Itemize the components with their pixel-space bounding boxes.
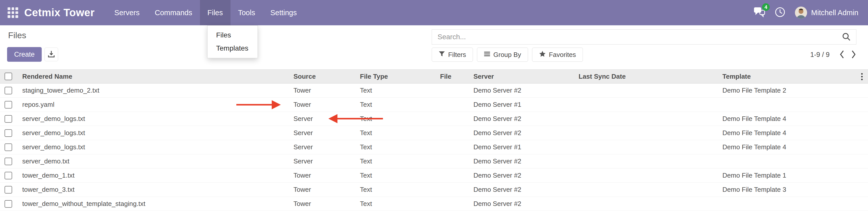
- cell-last-sync-date[interactable]: [573, 126, 717, 140]
- menu-tools[interactable]: Tools: [230, 0, 263, 25]
- column-header-template[interactable]: Template: [717, 69, 868, 83]
- cell-file[interactable]: [435, 197, 468, 211]
- cell-file-type[interactable]: Text: [354, 98, 435, 112]
- cell-last-sync-date[interactable]: [573, 98, 717, 112]
- cell-rendered-name[interactable]: server_demo_logs.txt: [17, 112, 288, 126]
- table-row[interactable]: repos.yaml Tower Text Demo Server #1: [0, 98, 868, 112]
- optional-columns-toggle-icon[interactable]: [856, 69, 868, 84]
- cell-template[interactable]: Demo File Template 4: [717, 112, 868, 126]
- cell-last-sync-date[interactable]: [573, 84, 717, 97]
- cell-file-type[interactable]: Text: [354, 84, 435, 97]
- pager-next-button[interactable]: [848, 48, 859, 62]
- cell-template[interactable]: Demo File Template 4: [717, 140, 868, 154]
- cell-last-sync-date[interactable]: [573, 154, 717, 168]
- create-button[interactable]: Create: [7, 47, 42, 62]
- cell-rendered-name[interactable]: tower_demo_3.txt: [17, 183, 288, 197]
- row-checkbox[interactable]: [5, 158, 12, 165]
- cell-server[interactable]: Demo Server #1: [468, 140, 573, 154]
- column-header-server[interactable]: Server: [468, 69, 573, 83]
- cell-file[interactable]: [435, 98, 468, 112]
- cell-rendered-name[interactable]: tower_demo_1.txt: [17, 169, 288, 182]
- select-all-checkbox[interactable]: [5, 72, 12, 80]
- cell-file-type[interactable]: Text: [354, 183, 435, 197]
- cell-server[interactable]: Demo Server #2: [468, 112, 573, 126]
- cell-file-type[interactable]: Text: [354, 112, 435, 126]
- cell-server[interactable]: Demo Server #2: [468, 126, 573, 140]
- menu-files[interactable]: Files: [200, 0, 230, 25]
- cell-template[interactable]: Demo File Template 2: [717, 84, 868, 97]
- cell-server[interactable]: Demo Server #2: [468, 154, 573, 168]
- apps-grid-icon[interactable]: [8, 7, 18, 18]
- cell-source[interactable]: Server: [288, 154, 354, 168]
- activities-button[interactable]: [775, 7, 785, 19]
- search-input[interactable]: [432, 30, 840, 44]
- dropdown-item-templates[interactable]: Templates: [208, 42, 257, 55]
- cell-server[interactable]: Demo Server #2: [468, 84, 573, 97]
- cell-file[interactable]: [435, 183, 468, 197]
- group-by-button[interactable]: Group By: [477, 48, 528, 62]
- menu-commands[interactable]: Commands: [147, 0, 200, 25]
- cell-file-type[interactable]: Text: [354, 169, 435, 182]
- table-row[interactable]: server_demo.txt Server Text Demo Server …: [0, 154, 868, 169]
- messages-button[interactable]: 4: [753, 7, 765, 19]
- cell-file-type[interactable]: Text: [354, 140, 435, 154]
- cell-server[interactable]: Demo Server #2: [468, 169, 573, 182]
- cell-last-sync-date[interactable]: [573, 197, 717, 211]
- cell-template[interactable]: Demo File Template 1: [717, 169, 868, 182]
- cell-source[interactable]: Server: [288, 126, 354, 140]
- row-checkbox[interactable]: [5, 115, 12, 123]
- table-row[interactable]: server_demo_logs.txt Server Text Demo Se…: [0, 140, 868, 154]
- cell-last-sync-date[interactable]: [573, 169, 717, 182]
- table-row[interactable]: server_demo_logs.txt Server Text Demo Se…: [0, 112, 868, 126]
- table-row[interactable]: tower_demo_3.txt Tower Text Demo Server …: [0, 183, 868, 197]
- cell-last-sync-date[interactable]: [573, 112, 717, 126]
- cell-source[interactable]: Tower: [288, 84, 354, 97]
- cell-file[interactable]: [435, 112, 468, 126]
- cell-rendered-name[interactable]: server_demo_logs.txt: [17, 126, 288, 140]
- cell-server[interactable]: Demo Server #2: [468, 197, 573, 211]
- cell-file[interactable]: [435, 126, 468, 140]
- dropdown-item-files[interactable]: Files: [208, 29, 257, 42]
- table-row[interactable]: tower_demo_1.txt Tower Text Demo Server …: [0, 169, 868, 183]
- cell-source[interactable]: Server: [288, 112, 354, 126]
- export-button[interactable]: [44, 48, 58, 61]
- cell-template[interactable]: [717, 98, 868, 112]
- cell-template[interactable]: Demo File Template 4: [717, 126, 868, 140]
- cell-file[interactable]: [435, 84, 468, 97]
- search-submit-button[interactable]: [840, 32, 852, 42]
- cell-template[interactable]: [717, 197, 868, 211]
- cell-last-sync-date[interactable]: [573, 140, 717, 154]
- user-menu[interactable]: Mitchell Admin: [795, 7, 858, 19]
- column-header-file-type[interactable]: File Type: [354, 69, 435, 83]
- column-header-rendered-name[interactable]: Rendered Name: [17, 69, 288, 83]
- cell-rendered-name[interactable]: staging_tower_demo_2.txt: [17, 84, 288, 97]
- cell-template[interactable]: [717, 154, 868, 168]
- column-header-last-sync-date[interactable]: Last Sync Date: [573, 69, 717, 83]
- cell-last-sync-date[interactable]: [573, 183, 717, 197]
- row-checkbox[interactable]: [5, 172, 12, 179]
- cell-rendered-name[interactable]: server_demo_logs.txt: [17, 140, 288, 154]
- table-row[interactable]: tower_demo_without_template_staging.txt …: [0, 197, 868, 211]
- cell-source[interactable]: Tower: [288, 98, 354, 112]
- menu-servers[interactable]: Servers: [107, 0, 147, 25]
- row-checkbox[interactable]: [5, 186, 12, 193]
- cell-server[interactable]: Demo Server #1: [468, 98, 573, 112]
- cell-file-type[interactable]: Text: [354, 126, 435, 140]
- cell-file-type[interactable]: Text: [354, 154, 435, 168]
- cell-file[interactable]: [435, 154, 468, 168]
- cell-file[interactable]: [435, 140, 468, 154]
- table-row[interactable]: staging_tower_demo_2.txt Tower Text Demo…: [0, 84, 868, 98]
- row-checkbox[interactable]: [5, 87, 12, 94]
- row-checkbox[interactable]: [5, 101, 12, 109]
- cell-file[interactable]: [435, 169, 468, 182]
- cell-template[interactable]: Demo File Template 3: [717, 183, 868, 197]
- cell-server[interactable]: Demo Server #2: [468, 183, 573, 197]
- cell-file-type[interactable]: Text: [354, 197, 435, 211]
- cell-rendered-name[interactable]: repos.yaml: [17, 98, 288, 112]
- pager-previous-button[interactable]: [836, 48, 848, 62]
- cell-rendered-name[interactable]: server_demo.txt: [17, 154, 288, 168]
- row-checkbox[interactable]: [5, 129, 12, 137]
- row-checkbox[interactable]: [5, 200, 12, 208]
- menu-settings[interactable]: Settings: [262, 0, 304, 25]
- favorites-button[interactable]: Favorites: [532, 48, 583, 62]
